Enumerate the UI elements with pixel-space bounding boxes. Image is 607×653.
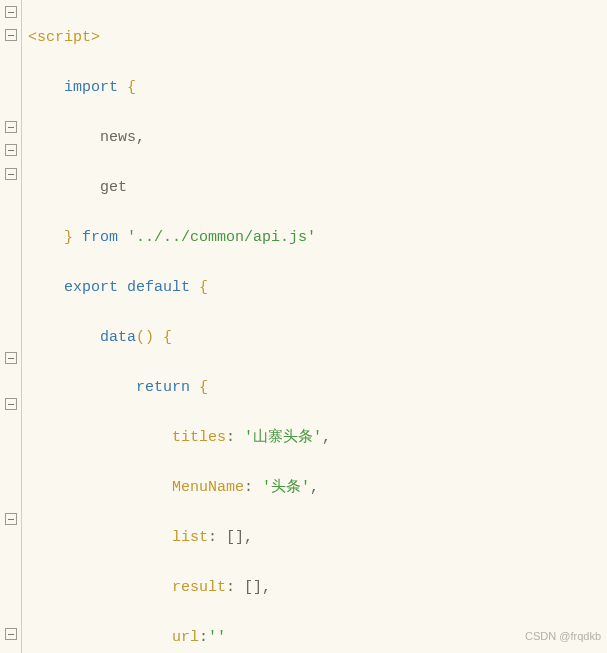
fold-icon[interactable] xyxy=(5,352,17,364)
watermark: CSDN @frqdkb xyxy=(525,624,601,649)
fold-icon[interactable] xyxy=(5,144,17,156)
code-line: import { xyxy=(28,75,607,100)
code-line: list: [], xyxy=(28,525,607,550)
fold-icon[interactable] xyxy=(5,6,17,18)
fold-icon[interactable] xyxy=(5,398,17,410)
code-line: url:'' xyxy=(28,625,607,650)
code-editor[interactable]: <script> import { news, get } from '../.… xyxy=(0,0,607,653)
fold-icon[interactable] xyxy=(5,29,17,41)
code-line: MenuName: '头条', xyxy=(28,475,607,500)
code-line: news, xyxy=(28,125,607,150)
fold-icon[interactable] xyxy=(5,168,17,180)
code-line: result: [], xyxy=(28,575,607,600)
code-line: export default { xyxy=(28,275,607,300)
code-line: } from '../../common/api.js' xyxy=(28,225,607,250)
code-line: <script> xyxy=(28,25,607,50)
code-line: titles: '山寨头条', xyxy=(28,425,607,450)
code-line: data() { xyxy=(28,325,607,350)
fold-icon[interactable] xyxy=(5,121,17,133)
code-line: get xyxy=(28,175,607,200)
fold-icon[interactable] xyxy=(5,628,17,640)
code-line: return { xyxy=(28,375,607,400)
fold-icon[interactable] xyxy=(5,513,17,525)
gutter xyxy=(0,0,22,653)
